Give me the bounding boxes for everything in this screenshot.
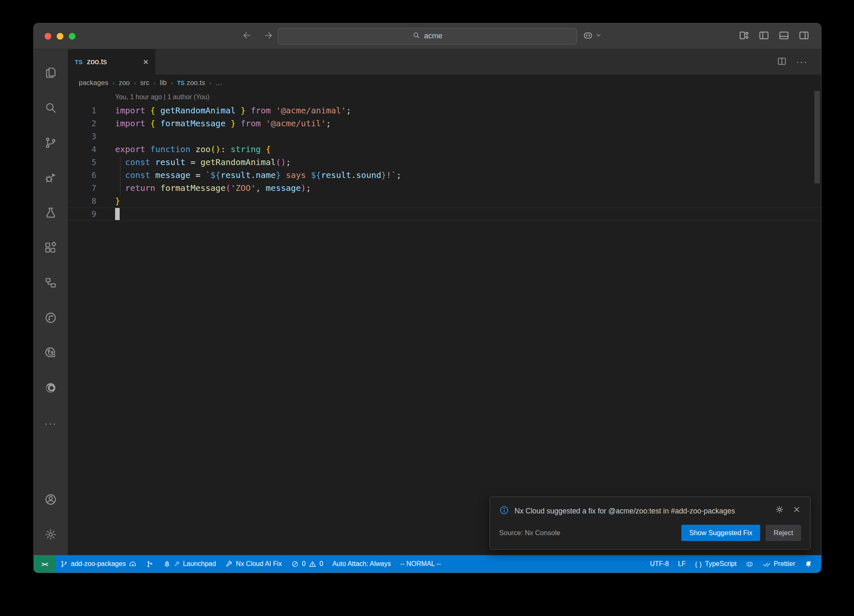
breadcrumb-item-zoo[interactable]: zoo	[119, 79, 130, 87]
zoom-window-button[interactable]	[69, 33, 75, 40]
code-line-text: return formatMessage('ZOO', message);	[96, 182, 311, 195]
breadcrumb-item--[interactable]: …	[216, 79, 223, 87]
eol-status[interactable]: LF	[673, 555, 691, 573]
show-suggested-fix-button[interactable]: Show Suggested Fix	[681, 525, 760, 541]
minimize-window-button[interactable]	[57, 33, 63, 40]
status-label: 0	[302, 560, 306, 568]
breadcrumb-label: zoo.ts	[187, 79, 205, 87]
activity-bar-item-more-views-icon[interactable]: ···	[34, 406, 68, 441]
notification-settings-gear-icon[interactable]	[775, 505, 784, 516]
back-arrow-icon[interactable]	[241, 30, 252, 43]
activity-bar-item-search-icon[interactable]	[34, 91, 68, 126]
explorer-icon	[44, 66, 57, 81]
activity-bar-item-explorer-icon[interactable]	[34, 56, 68, 91]
activity-bar-item-nx-console-icon[interactable]	[34, 266, 68, 301]
copilot-menu[interactable]	[583, 23, 602, 49]
reject-button[interactable]: Reject	[766, 525, 801, 541]
main-area: ··· TS zoo.ts × ··· packages›zoo›src›lib…	[34, 49, 821, 555]
breadcrumb-separator: ›	[209, 79, 211, 86]
more-actions-icon[interactable]: ···	[796, 57, 808, 68]
remote-indicator[interactable]: ><	[34, 555, 55, 573]
wrench-small-icon	[174, 561, 180, 567]
breadcrumb-item-lib[interactable]: lib	[160, 79, 167, 87]
breadcrumb: packages›zoo›src›lib›TSzoo.ts›…	[68, 75, 821, 91]
vim-mode-status[interactable]: -- NORMAL --	[395, 555, 445, 573]
breadcrumb-item-packages[interactable]: packages	[79, 79, 108, 87]
split-editor-icon[interactable]	[777, 56, 787, 68]
braces-icon: { }	[695, 561, 702, 568]
copilot-icon	[746, 560, 754, 568]
line-number: 9	[68, 208, 96, 220]
activity-bar-item-testing-icon[interactable]	[34, 196, 68, 231]
breadcrumb-label: …	[216, 79, 223, 87]
customize-layout-icon[interactable]	[738, 30, 749, 43]
close-tab-icon[interactable]: ×	[143, 58, 148, 67]
code-line-text	[96, 208, 115, 220]
rocket-icon	[163, 560, 171, 568]
notification-close-icon[interactable]	[792, 505, 801, 516]
prettier-status[interactable]: Prettier	[758, 555, 800, 573]
code-line-1: 1import { getRandomAnimal } from '@acme/…	[68, 104, 821, 117]
graph-icon	[146, 560, 154, 568]
activity-bar-item-extensions-icon[interactable]	[34, 231, 68, 266]
breadcrumb-item-zoo-ts[interactable]: TSzoo.ts	[177, 79, 205, 87]
code-line-text: }	[96, 195, 120, 208]
editor-actions: ···	[777, 49, 821, 75]
encoding-status[interactable]: UTF-8	[646, 555, 673, 573]
search-value: acme	[424, 32, 442, 40]
nx-cloud-ai-fix-status[interactable]: Nx Cloud AI Fix	[221, 555, 286, 573]
status-label: LF	[678, 560, 686, 568]
git-branch-status[interactable]: add-zoo-packages	[55, 555, 141, 573]
breadcrumb-label: packages	[79, 79, 108, 87]
auto-attach-status[interactable]: Auto Attach: Always	[328, 555, 396, 573]
activity-bar: ···	[34, 49, 68, 555]
code-line-text: import { getRandomAnimal } from '@acme/a…	[96, 104, 351, 117]
git-graph-status[interactable]	[141, 555, 158, 573]
status-bar: >< add-zoo-packagesLaunchpadNx Cloud AI …	[34, 555, 821, 573]
activity-bar-item-project-graph-icon[interactable]	[34, 301, 68, 336]
activity-bar-item-source-control-icon[interactable]	[34, 126, 68, 161]
tab-bar: TS zoo.ts × ···	[68, 49, 821, 75]
bell-dot-icon	[804, 560, 812, 568]
toggle-primary-sidebar-icon[interactable]	[759, 30, 769, 43]
code-editor[interactable]: You, 1 hour ago | 1 author (You) 1import…	[68, 91, 821, 555]
history-nav	[241, 23, 274, 49]
breadcrumb-item-src[interactable]: src	[140, 79, 149, 87]
activity-bar-item-edge-tools-icon[interactable]	[34, 371, 68, 406]
close-window-button[interactable]	[45, 33, 51, 40]
error-circle-icon	[291, 560, 299, 568]
notifications-bell[interactable]	[800, 555, 817, 573]
editor-scrollbar[interactable]	[814, 91, 820, 183]
activity-bar-item-run-debug-icon[interactable]	[34, 161, 68, 196]
line-number: 8	[68, 195, 96, 208]
layout-controls	[738, 23, 809, 49]
problems-status[interactable]: 00	[286, 555, 328, 573]
activity-bar-item-accounts-icon[interactable]	[34, 483, 68, 518]
launchpad-status[interactable]: Launchpad	[158, 555, 221, 573]
nx-console-icon	[44, 276, 57, 291]
copilot-status[interactable]	[741, 555, 758, 573]
title-bar: acme	[34, 23, 821, 49]
toggle-secondary-sidebar-icon[interactable]	[799, 30, 809, 43]
command-center-search[interactable]: acme	[278, 28, 577, 45]
typescript-file-icon: TS	[75, 58, 83, 65]
line-number: 4	[68, 143, 96, 156]
source-control-icon	[44, 136, 57, 151]
status-label: 0	[319, 560, 323, 568]
language-status[interactable]: { }TypeScript	[691, 555, 741, 573]
code-line-text: const result = getRandomAnimal();	[96, 156, 291, 169]
copilot-icon	[583, 30, 593, 43]
activity-bar-item-settings-gear-icon[interactable]	[34, 518, 68, 553]
forward-arrow-icon[interactable]	[263, 30, 274, 43]
breadcrumb-separator: ›	[113, 79, 115, 86]
run-debug-icon	[44, 171, 57, 186]
toggle-panel-icon[interactable]	[779, 30, 789, 43]
activity-bar-bottom	[34, 483, 68, 555]
line-number: 1	[68, 104, 96, 117]
code-line-2: 2import { formatMessage } from '@acme/ut…	[68, 117, 821, 130]
activity-bar-item-gitlens-icon[interactable]	[34, 336, 68, 371]
status-label: Prettier	[774, 560, 795, 568]
code-line-9: 9	[68, 208, 821, 220]
tab-zoo-ts[interactable]: TS zoo.ts ×	[68, 49, 156, 75]
code-line-4: 4export function zoo(): string {	[68, 143, 821, 156]
